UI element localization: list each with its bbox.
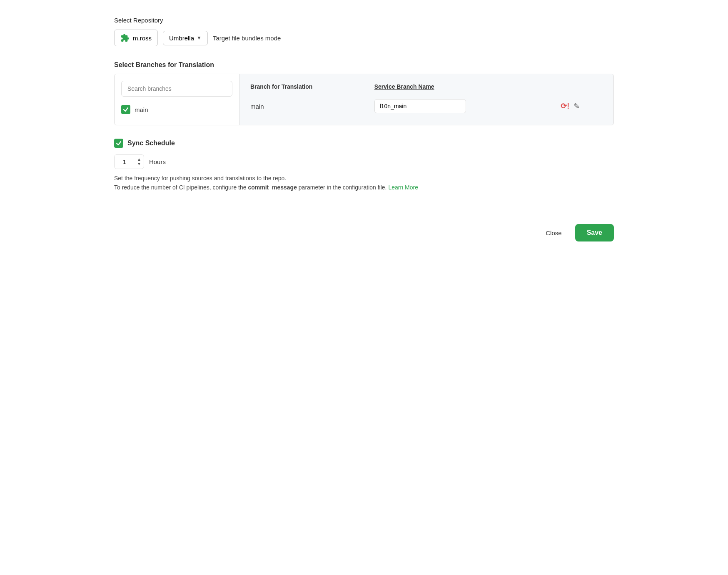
branches-section-label: Select Branches for Translation <box>114 61 614 69</box>
hours-label: Hours <box>149 158 166 165</box>
sync-section: Sync Schedule ▲ ▼ Hours Set the frequenc… <box>114 139 614 191</box>
branch-cell: main <box>250 97 374 116</box>
service-branch-cell <box>374 97 556 116</box>
col-service-branch-name: Service Branch Name <box>374 83 556 96</box>
row-actions: ⟳! ✎ <box>561 102 603 111</box>
close-button[interactable]: Close <box>539 225 568 241</box>
branches-left-panel: main <box>115 74 239 125</box>
branches-table: Branch for Translation Service Branch Na… <box>249 82 603 117</box>
service-branch-input[interactable] <box>374 99 466 113</box>
commit-text-rest: parameter in the configuration file. <box>299 184 387 191</box>
hours-stepper[interactable]: ▲ ▼ <box>114 154 144 169</box>
col-branch-for-translation: Branch for Translation <box>250 83 374 96</box>
stepper-down-button[interactable]: ▼ <box>137 162 141 166</box>
commit-param: commit_message <box>248 184 297 191</box>
repo-name: m.ross <box>133 35 152 42</box>
hours-row: ▲ ▼ Hours <box>114 154 614 169</box>
repo-badge-button[interactable]: m.ross <box>114 30 158 46</box>
stepper-arrows: ▲ ▼ <box>135 157 144 167</box>
commit-message-text: To reduce the number of CI pipelines, co… <box>114 184 614 191</box>
branches-wrapper: main Branch for Translation Service Bran… <box>114 74 614 125</box>
branch-checkbox-main[interactable] <box>121 105 130 114</box>
checkmark-icon <box>123 107 129 112</box>
branches-right-panel: Branch for Translation Service Branch Na… <box>239 74 613 125</box>
sync-error-icon: ⟳! <box>561 102 569 111</box>
puzzle-icon <box>120 33 130 42</box>
footer-actions: Close Save <box>114 216 614 241</box>
sync-schedule-checkbox[interactable] <box>114 139 123 148</box>
chevron-down-icon: ▼ <box>197 35 202 41</box>
table-row: main ⟳! ✎ <box>250 97 603 116</box>
dropdown-label: Umbrella <box>169 35 194 42</box>
repo-row: m.ross Umbrella ▼ Target file bundles mo… <box>114 30 614 46</box>
umbrella-dropdown[interactable]: Umbrella ▼ <box>163 31 208 45</box>
edit-icon[interactable]: ✎ <box>573 102 580 111</box>
hours-input[interactable] <box>115 155 135 169</box>
checkmark-icon <box>116 140 122 146</box>
branch-item-main[interactable]: main <box>121 103 232 116</box>
select-repository-label: Select Repository <box>114 17 614 24</box>
branch-name-main: main <box>135 106 148 113</box>
stepper-up-button[interactable]: ▲ <box>137 157 141 162</box>
mode-label: Target file bundles mode <box>213 35 281 42</box>
commit-text-before: To reduce the number of CI pipelines, co… <box>114 184 247 191</box>
sync-schedule-title: Sync Schedule <box>127 139 175 147</box>
sync-description: Set the frequency for pushing sources an… <box>114 175 614 182</box>
search-branches-input[interactable] <box>121 81 232 97</box>
learn-more-link[interactable]: Learn More <box>388 184 418 191</box>
sync-header: Sync Schedule <box>114 139 614 148</box>
save-button[interactable]: Save <box>575 224 614 241</box>
